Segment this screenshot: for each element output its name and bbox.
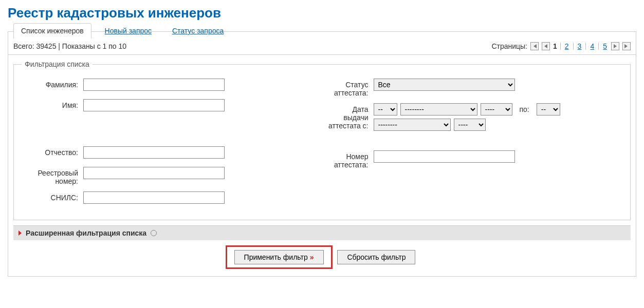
- filter-legend: Фильтрация списка: [22, 60, 93, 68]
- advanced-filter-label: Расширенная фильтрация списка: [26, 229, 146, 237]
- pages-label: Страницы:: [491, 42, 527, 50]
- date-from-year[interactable]: ----: [481, 103, 512, 116]
- cert-num-input[interactable]: [374, 150, 515, 163]
- filter-fieldset: Фильтрация списка Фамилия: Имя: Отчество…: [13, 60, 631, 220]
- page-3[interactable]: 3: [577, 42, 583, 50]
- page-5[interactable]: 5: [602, 42, 608, 50]
- reg-num-input[interactable]: [83, 167, 225, 179]
- main-panel: Список инженеров Новый запрос Статус зап…: [8, 31, 636, 277]
- status-select[interactable]: Все: [374, 79, 515, 91]
- summary-count: Всего: 39425 | Показаны с 1 по 10: [13, 42, 126, 50]
- button-row: Применить фильтр» Сбросить фильтр: [13, 240, 631, 276]
- pager: Страницы: 1 2 3 4 5: [491, 42, 631, 50]
- surname-input[interactable]: [83, 79, 225, 91]
- apply-filter-label: Применить фильтр: [244, 253, 308, 261]
- date-from-month[interactable]: --------: [400, 103, 477, 116]
- last-page-icon[interactable]: [622, 42, 631, 50]
- snils-input[interactable]: [83, 191, 225, 204]
- date-to-day[interactable]: --: [537, 103, 560, 116]
- advanced-filter-indicator: [151, 230, 157, 236]
- next-page-icon[interactable]: [611, 42, 619, 50]
- status-label: Статус аттестата:: [327, 79, 374, 97]
- date-to-month[interactable]: --------: [374, 119, 451, 131]
- cert-num-label: Номер аттестата:: [327, 150, 374, 169]
- page-4[interactable]: 4: [589, 42, 595, 50]
- patronymic-label: Отчество:: [22, 146, 83, 157]
- page-1[interactable]: 1: [553, 42, 557, 50]
- filter-body: Фильтрация списка Фамилия: Имя: Отчество…: [8, 55, 636, 276]
- tab-strip: Список инженеров Новый запрос Статус зап…: [8, 23, 636, 38]
- first-page-icon[interactable]: [530, 42, 539, 50]
- prev-page-icon[interactable]: [542, 42, 550, 50]
- apply-arrow-icon: »: [308, 253, 314, 261]
- date-to-year[interactable]: ----: [454, 119, 486, 131]
- date-to-label: по:: [516, 105, 533, 113]
- snils-label: СНИЛС:: [22, 191, 83, 202]
- date-from-day[interactable]: --: [374, 103, 397, 116]
- reg-num-label: Реестровый номер:: [22, 167, 83, 185]
- name-label: Имя:: [22, 99, 83, 109]
- surname-label: Фамилия:: [22, 79, 83, 89]
- summary-row: Всего: 39425 | Показаны с 1 по 10 Страни…: [8, 38, 636, 55]
- filter-col-left: Фамилия: Имя: Отчество: Реестровый номер…: [22, 79, 317, 212]
- tab-new-request[interactable]: Новый запрос: [98, 24, 159, 38]
- apply-highlight: Применить фильтр»: [226, 245, 333, 269]
- apply-filter-button[interactable]: Применить фильтр»: [234, 250, 324, 264]
- patronymic-input[interactable]: [83, 146, 225, 159]
- reset-filter-button[interactable]: Сбросить фильтр: [337, 250, 415, 264]
- date-range-group: -- -------- ---- по: -- -------- ----: [374, 103, 623, 131]
- filter-col-right: Статус аттестата: Все Дата выдачи аттест…: [327, 79, 623, 212]
- tab-request-status[interactable]: Статус запроса: [165, 24, 231, 38]
- expand-icon: [19, 230, 22, 236]
- name-input[interactable]: [83, 99, 225, 111]
- page-2[interactable]: 2: [564, 42, 570, 50]
- advanced-filter-bar[interactable]: Расширенная фильтрация списка: [13, 225, 631, 240]
- date-from-label: Дата выдачи аттестата с:: [327, 103, 374, 130]
- tab-list[interactable]: Список инженеров: [13, 23, 91, 38]
- page-title: Реестр кадастровых инженеров: [8, 5, 636, 21]
